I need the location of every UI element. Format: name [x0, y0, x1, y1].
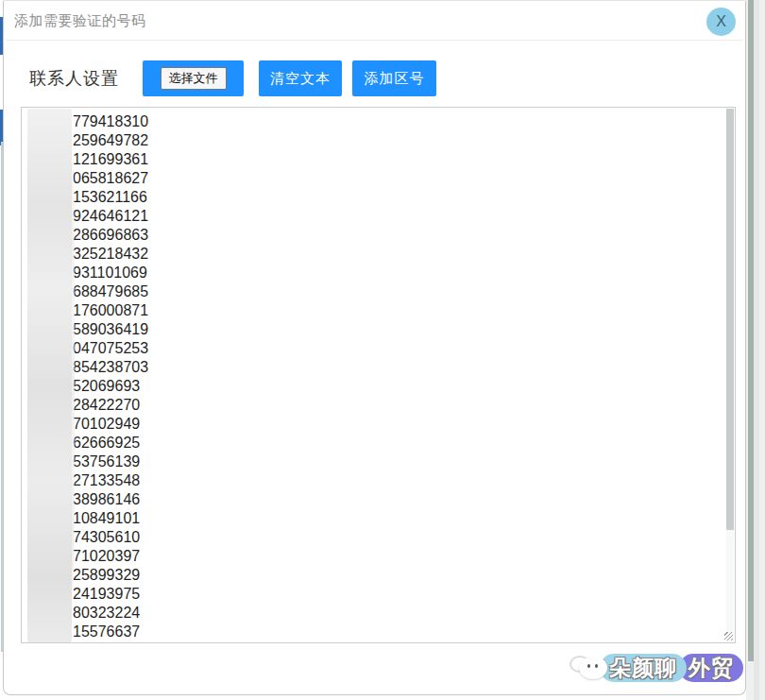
phone-number-line: 325218432 — [73, 245, 148, 264]
choose-file-button-wrapper[interactable]: 选择文件 — [143, 60, 244, 96]
phone-number-line: 27133548 — [73, 471, 148, 490]
phone-number-line: 931101069 — [73, 264, 148, 282]
phone-number-line: 80323224 — [73, 604, 148, 623]
close-icon: X — [716, 13, 726, 30]
page: 添加需要验证的号码 X 联系人设置 选择文件 清空文本 添加区号 7794183… — [0, 0, 765, 700]
watermark-text-left: 朵颜聊 — [600, 654, 687, 682]
phone-number-line: 854238703 — [73, 358, 148, 377]
phone-number-list: 7794183102596497821216993610658186271536… — [73, 112, 148, 641]
close-button[interactable]: X — [706, 8, 736, 36]
redaction-blur-overlay — [27, 109, 72, 642]
phone-numbers-textarea[interactable]: 7794183102596497821216993610658186271536… — [21, 107, 736, 643]
phone-number-line: 589036419 — [73, 320, 148, 339]
phone-number-line: 38986146 — [73, 490, 148, 509]
phone-number-line: 25899329 — [73, 566, 148, 585]
phone-number-line: 259649782 — [73, 131, 148, 150]
phone-number-line: 065818627 — [73, 169, 148, 188]
brand-watermark: 朵颜聊 外贸 — [570, 651, 743, 685]
phone-number-line: 53756139 — [73, 452, 148, 471]
clear-text-button[interactable]: 清空文本 — [259, 60, 342, 96]
phone-number-line: 688479685 — [73, 282, 148, 301]
phone-number-line: 176000871 — [73, 301, 148, 320]
phone-number-line: 047075253 — [73, 339, 148, 358]
phone-number-line: 74305610 — [73, 528, 148, 547]
phone-number-line: 70102949 — [73, 415, 148, 434]
phone-number-line: 779418310 — [73, 112, 148, 131]
phone-number-line: 286696863 — [73, 226, 148, 245]
phone-number-line: 15576637 — [73, 623, 148, 641]
phone-number-line: 153621166 — [73, 188, 148, 207]
choose-file-input-button[interactable]: 选择文件 — [161, 67, 227, 90]
add-area-code-button[interactable]: 添加区号 — [352, 60, 436, 96]
phone-number-line: 62666925 — [73, 434, 148, 452]
background-right-soft — [754, 0, 759, 700]
header-divider — [6, 40, 743, 41]
scrollbar-track[interactable] — [726, 109, 734, 642]
phone-number-line: 28422270 — [73, 396, 148, 415]
phone-number-line: 52069693 — [73, 377, 148, 396]
add-numbers-dialog: 添加需要验证的号码 X 联系人设置 选择文件 清空文本 添加区号 7794183… — [3, 0, 746, 695]
phone-number-line: 24193975 — [73, 585, 148, 604]
phone-number-line: 71020397 — [73, 547, 148, 566]
phone-number-line: 10849101 — [73, 509, 148, 528]
chat-bubble-icon — [579, 657, 607, 679]
phone-number-line: 924646121 — [73, 207, 148, 226]
scrollbar-thumb[interactable] — [726, 109, 734, 530]
dialog-title: 添加需要验证的号码 — [14, 12, 146, 30]
resize-grip-icon[interactable] — [724, 632, 733, 640]
phone-number-line: 121699361 — [73, 150, 148, 169]
watermark-text-right: 外贸 — [679, 654, 743, 682]
contact-settings-label: 联系人设置 — [29, 67, 119, 90]
